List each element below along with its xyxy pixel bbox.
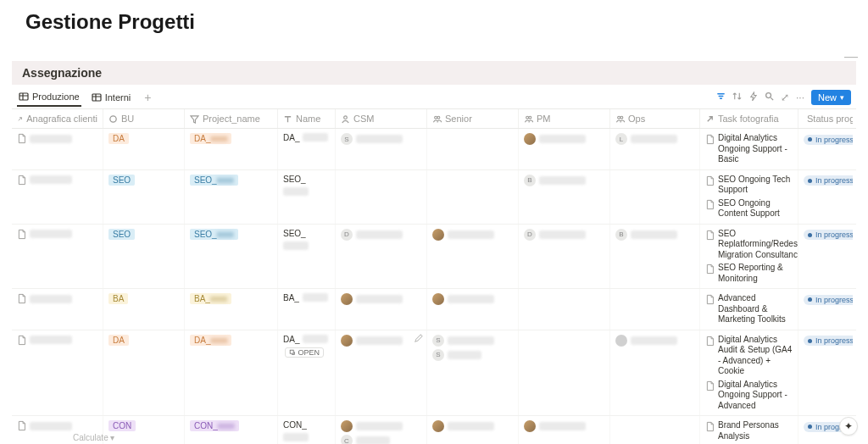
table-row[interactable]: BABA_xxxxBA_ Advanced Dashboard & Market…	[12, 289, 856, 330]
arrow-ne-icon	[17, 114, 23, 124]
table-row[interactable]: DADA_xxxxDA_SL Digital Analytics Ongoing…	[12, 129, 856, 170]
csm-person	[341, 293, 421, 305]
search-icon[interactable]	[765, 92, 774, 103]
task-item[interactable]: SEO Ongoing Content Support	[705, 198, 793, 219]
task-item[interactable]: Advanced Dashboard & Marketing Toolkits	[705, 293, 793, 325]
col-label: Name	[296, 114, 320, 124]
people-icon	[432, 114, 442, 124]
table-icon	[19, 92, 29, 102]
select-icon	[108, 114, 118, 124]
document-icon	[705, 336, 715, 347]
col-name[interactable]: Name	[278, 109, 336, 128]
document-icon	[17, 420, 26, 431]
col-csm[interactable]: CSM	[336, 109, 427, 128]
bu-tag: BA	[108, 293, 128, 304]
text-icon	[283, 114, 292, 124]
open-button[interactable]: OPEN	[285, 347, 324, 358]
bu-tag: SEO	[108, 229, 135, 240]
senior-person: S	[432, 349, 513, 361]
document-icon	[17, 133, 26, 144]
section-title: Assegnazione	[12, 61, 856, 85]
new-button[interactable]: New ▾	[811, 90, 851, 105]
col-label: Senior	[445, 114, 472, 124]
col-pm[interactable]: PM	[519, 109, 610, 128]
col-status[interactable]: Status progetti	[798, 109, 853, 128]
document-icon	[17, 335, 26, 346]
tab-label: Interni	[105, 92, 131, 103]
sort-icon[interactable]	[732, 92, 742, 103]
filter-icon[interactable]	[716, 92, 726, 103]
table-row[interactable]: SEOSEO_xxxxSEO_DDB SEO Replatforming/Red…	[12, 225, 856, 290]
project-tag: DA_xxxx	[190, 335, 231, 346]
tab-produzione[interactable]: Produzione	[17, 88, 81, 107]
page-more-icon[interactable]: —	[844, 49, 858, 64]
task-item[interactable]: Digital Analytics Audit & Setup (GA4 - A…	[705, 335, 793, 377]
col-task[interactable]: Task fotografia	[700, 109, 798, 128]
document-icon	[17, 229, 26, 240]
pm-person	[524, 133, 604, 145]
avatar: L	[615, 133, 627, 145]
table-icon	[92, 92, 102, 103]
avatar: C	[341, 435, 353, 444]
col-label: Task fotografia	[718, 114, 779, 124]
csm-person: S	[341, 133, 421, 145]
task-item[interactable]: SEO Reporting & Monitoring	[705, 263, 793, 284]
tab-interni[interactable]: Interni	[90, 89, 133, 106]
funnel-icon	[190, 114, 199, 124]
bu-tag: DA	[108, 335, 129, 346]
status-badge: In progress	[804, 336, 853, 346]
col-project-name[interactable]: Project_name	[185, 109, 278, 128]
status-badge: In progress	[804, 230, 853, 240]
document-icon	[705, 134, 715, 145]
table-row[interactable]: CONCON_xxxxCON_C Brand Personas Analysis…	[12, 416, 856, 444]
avatar: B	[524, 175, 536, 186]
document-icon	[17, 175, 26, 186]
edit-icon[interactable]	[414, 334, 423, 345]
project-tag: CON_xxxx	[190, 420, 239, 431]
new-fab-button[interactable]: ✦	[839, 417, 858, 436]
bu-tag: SEO	[108, 175, 135, 186]
col-bu[interactable]: BU	[103, 109, 185, 128]
col-label: PM	[537, 114, 551, 124]
table-header: Anagrafica clienti BU Project_name Name …	[12, 109, 856, 129]
avatar: D	[341, 229, 353, 241]
calculate-label[interactable]: Calculate ▾	[73, 433, 114, 442]
document-icon	[705, 380, 715, 391]
task-item[interactable]: Digital Analytics Ongoing Support - Basi…	[705, 133, 793, 165]
col-ops[interactable]: Ops	[610, 109, 700, 128]
task-item[interactable]: SEO Replatforming/Redesign Migration Con…	[705, 229, 793, 261]
task-item[interactable]: Digital Analytics Ongoing Support - Adva…	[705, 380, 793, 412]
anagrafica-cell	[17, 420, 97, 431]
task-item[interactable]: Brand Personas Analysis	[705, 420, 793, 441]
col-anagrafica[interactable]: Anagrafica clienti	[12, 109, 103, 128]
avatar: S	[341, 133, 353, 145]
col-label: Ops	[628, 114, 645, 124]
person-icon	[341, 114, 350, 124]
people-icon	[524, 114, 533, 124]
document-icon	[705, 199, 715, 210]
col-label: Project_name	[203, 114, 260, 124]
anagrafica-cell	[17, 229, 97, 240]
csm-person	[341, 420, 421, 432]
project-tag: SEO_xxxx	[190, 229, 238, 240]
bolt-icon[interactable]	[748, 92, 758, 103]
document-icon	[17, 293, 26, 304]
add-tab-button[interactable]: +	[141, 91, 154, 104]
pm-person: B	[524, 175, 604, 186]
table-row[interactable]: DADA_xxxxDA_ OPENSS Digital Analytics Au…	[12, 330, 856, 417]
new-button-label: New	[818, 92, 837, 103]
name-cell: SEO_	[283, 175, 330, 196]
project-tag: BA_xxxx	[190, 293, 231, 304]
avatar	[615, 335, 627, 347]
name-cell: CON_	[283, 420, 330, 441]
expand-icon[interactable]: ⤢	[781, 92, 789, 103]
col-senior[interactable]: Senior	[427, 109, 519, 128]
avatar	[524, 133, 536, 145]
more-icon[interactable]: ···	[796, 92, 804, 103]
task-item[interactable]: SEO Ongoing Tech Support	[705, 175, 793, 196]
ops-person: L	[615, 133, 694, 145]
bu-tag: CON	[108, 420, 136, 431]
table-row[interactable]: SEOSEO_xxxxSEO_B SEO Ongoing Tech Suppor…	[12, 170, 856, 225]
avatar: S	[432, 335, 444, 347]
tab-label: Produzione	[32, 92, 80, 102]
